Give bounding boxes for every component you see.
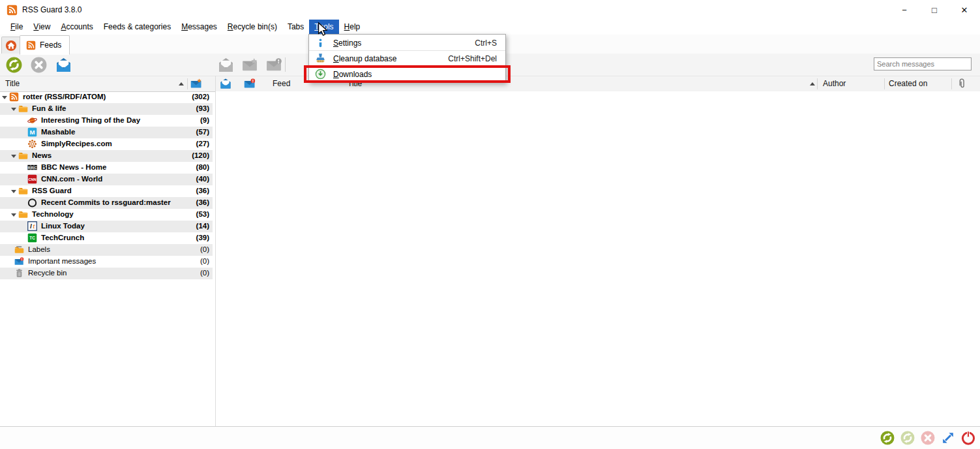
bbc-icon: BBC (27, 163, 37, 172)
tab-home[interactable] (1, 37, 20, 54)
menu-bar: FileViewAccountsFeeds & categoriesMessag… (0, 20, 980, 34)
expander-icon[interactable] (11, 155, 16, 158)
menubar-item-help[interactable]: Help (339, 20, 366, 34)
quit-icon (961, 431, 975, 445)
importance-column-envelope-warning-icon[interactable] (244, 78, 256, 89)
update-all-feeds-button[interactable] (880, 430, 895, 445)
feed-row-bbc-news-home[interactable]: BBCBBC News - Home(80) (0, 162, 213, 174)
quit-button[interactable] (960, 430, 975, 445)
github-icon (27, 198, 37, 208)
menubar-item-tabs[interactable]: Tabs (282, 20, 309, 34)
menu-item-downloads[interactable]: Downloads (309, 67, 505, 82)
feed-unread-count: (14) (196, 222, 209, 230)
techcrunch-icon: TC (27, 233, 37, 243)
search-input[interactable] (874, 57, 972, 70)
menubar-item-tools[interactable]: Tools (309, 20, 338, 34)
close-button[interactable]: ✕ (949, 1, 979, 20)
tools-menu-popup: SettingsCtrl+SCleanup databaseCtrl+Shift… (308, 34, 506, 83)
feed-row-fun-life[interactable]: Fun & life(93) (0, 103, 213, 115)
flower-icon (27, 139, 37, 149)
envelope-star-icon (242, 57, 258, 73)
feed-row-news[interactable]: News(120) (0, 150, 213, 162)
settings-icon (315, 37, 326, 48)
feed-row-recycle-bin[interactable]: Recycle bin(0) (0, 268, 213, 279)
switch-message-starred-button[interactable] (241, 55, 259, 74)
minimize-button[interactable]: − (889, 1, 919, 20)
expander-icon[interactable] (11, 213, 16, 217)
expander-icon[interactable] (11, 190, 16, 193)
fullscreen-button[interactable] (940, 430, 955, 445)
menubar-item-file[interactable]: File (5, 20, 28, 34)
stop-icon (31, 57, 47, 73)
created-on-column-header[interactable]: Created on (889, 79, 927, 88)
feed-unread-count: (80) (196, 163, 209, 171)
expander-icon[interactable] (11, 108, 16, 111)
svg-text:l: l (30, 223, 32, 230)
feed-row-interesting-thing-of-the-day[interactable]: Interesting Thing of the Day(9) (0, 115, 213, 127)
feed-unread-count: (120) (192, 151, 209, 159)
window-controls: −□✕ (889, 1, 979, 20)
sort-asc-icon (810, 82, 815, 85)
feed-row-recent-commits-to-rssguard-master[interactable]: Recent Commits to rssguard:master(36) (0, 197, 213, 209)
feed-label: TechCrunch (41, 234, 84, 241)
feed-row-labels[interactable]: Labels(0) (0, 244, 213, 256)
feed-label: BBC News - Home (41, 163, 106, 171)
mark-all-read-button[interactable] (54, 55, 72, 74)
column-divider (951, 78, 952, 89)
feed-label: SimplyRecipes.com (41, 140, 112, 147)
menu-item-settings[interactable]: SettingsCtrl+S (309, 35, 505, 50)
feed-list-header[interactable]: Title (0, 76, 215, 92)
envelope-star-icon (190, 78, 202, 89)
menu-item-label: Cleanup database (333, 54, 448, 63)
recycle-bin-icon (14, 268, 24, 278)
author-column-header[interactable]: Author (823, 79, 846, 88)
stop-update-button[interactable] (29, 55, 48, 74)
rss-icon (26, 40, 36, 50)
menubar-item-accounts[interactable]: Accounts (55, 20, 98, 34)
feed-list-title-column-header[interactable]: Title (5, 79, 20, 88)
feed-row-techcrunch[interactable]: TCTechCrunch(39) (0, 232, 213, 244)
expander-icon[interactable] (2, 96, 7, 99)
menu-item-shortcut: Ctrl+S (475, 39, 497, 48)
svg-text:B: B (31, 166, 33, 170)
menu-item-cleanup-database[interactable]: Cleanup databaseCtrl+Shift+Del (309, 51, 505, 66)
menubar-item-feeds-categories[interactable]: Feeds & categories (98, 20, 176, 34)
menubar-item-recycle-bin-s[interactable]: Recycle bin(s) (222, 20, 282, 34)
folder-icon (18, 186, 28, 196)
feed-row-rotter-rss-rdf-atom[interactable]: rotter (RSS/RDF/ATOM)(302) (0, 91, 213, 103)
feed-label: Recycle bin (28, 269, 67, 277)
column-divider (817, 78, 818, 89)
stop-running-update-button[interactable] (920, 430, 935, 445)
envelope-warning-icon (14, 256, 24, 266)
app-rss-icon (7, 5, 18, 16)
switch-message-importance-button[interactable] (265, 55, 283, 74)
feed-unread-count: (57) (196, 128, 209, 136)
column-divider (187, 78, 188, 89)
tab-feeds[interactable]: Feeds (20, 35, 70, 55)
read-column-envelope-open-icon[interactable] (220, 78, 231, 89)
menu-item-label: Downloads (333, 70, 497, 79)
feed-label: Recent Commits to rssguard:master (41, 198, 171, 206)
update-all-feeds-button[interactable] (5, 55, 23, 74)
feed-label: Technology (32, 210, 74, 218)
feed-label: Interesting Thing of the Day (41, 116, 140, 124)
feed-row-simplyrecipes-com[interactable]: SimplyRecipes.com(27) (0, 138, 213, 150)
update-selected-feeds-button[interactable] (900, 430, 915, 445)
feed-row-cnn-com-world[interactable]: CNNCNN.com - World(40) (0, 174, 213, 185)
feed-row-important-messages[interactable]: Important messages(0) (0, 256, 213, 268)
feed-row-technology[interactable]: Technology(53) (0, 209, 213, 221)
paperclip-icon[interactable] (956, 78, 968, 89)
menubar-item-view[interactable]: View (28, 20, 55, 34)
maximize-button[interactable]: □ (919, 1, 949, 20)
envelope-open-icon (55, 57, 72, 73)
feed-column-header[interactable]: Feed (273, 79, 290, 88)
rss-icon (9, 92, 19, 102)
toolbar-separator (285, 57, 286, 72)
mark-message-read-button[interactable] (216, 55, 235, 74)
feed-row-rss-guard[interactable]: RSS Guard(36) (0, 185, 213, 197)
feed-row-mashable[interactable]: MMashable(57) (0, 127, 213, 138)
feed-row-linux-today[interactable]: ltLinux Today(14) (0, 221, 213, 232)
svg-text:M: M (29, 129, 35, 136)
menubar-item-messages[interactable]: Messages (176, 20, 222, 34)
feed-label: RSS Guard (32, 187, 72, 194)
